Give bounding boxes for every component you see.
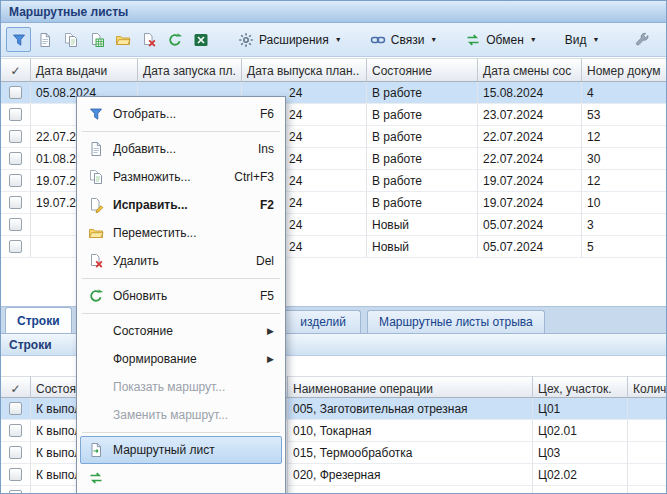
cell-state: В работе xyxy=(367,82,478,104)
menu-item-filter[interactable]: Отобрать...F6 xyxy=(80,100,282,128)
cell-operation xyxy=(288,486,533,494)
main-toolbar: Расширения▼Связи▼Обмен▼Вид▼ xyxy=(1,23,666,57)
exchange-icon xyxy=(88,470,104,486)
cell-number: 3 xyxy=(582,214,667,236)
column-header-state[interactable]: Состояние xyxy=(367,58,478,82)
menu-item-route-sheet[interactable]: Маршрутный лист xyxy=(80,436,282,464)
cell-number: 30 xyxy=(582,148,667,170)
menu-item-formation[interactable]: Формирование▶ xyxy=(80,345,282,373)
cell-state_change: 05.07.2024 xyxy=(478,214,582,236)
toolbar-dropdown-links[interactable]: Связи▼ xyxy=(366,29,442,51)
settings-button[interactable] xyxy=(629,27,655,52)
exchange-icon xyxy=(465,32,481,48)
row-checkbox[interactable] xyxy=(9,424,22,437)
delete-button[interactable] xyxy=(136,27,161,52)
row-checkbox[interactable] xyxy=(9,174,22,187)
cell-state_change: 23.07.2024 xyxy=(478,104,582,126)
menu-item-label: Состояние xyxy=(113,324,259,338)
row-check-cell xyxy=(1,104,31,126)
cell-operation: 020, Фрезерная xyxy=(288,464,533,486)
menu-item-delete[interactable]: УдалитьDel xyxy=(80,247,282,275)
row-checkbox[interactable] xyxy=(9,446,22,459)
row-checkbox[interactable] xyxy=(9,240,22,253)
column-header-check[interactable]: ✓ xyxy=(1,58,31,82)
cell-number: 53 xyxy=(582,104,667,126)
menu-item-duplicate[interactable]: Размножить...Ctrl+F3 xyxy=(80,163,282,191)
menu-item-label: Удалить xyxy=(113,254,248,268)
cell-state: Новый xyxy=(367,236,478,258)
dropdown-label: Связи xyxy=(391,33,425,47)
menu-item-partial-item[interactable] xyxy=(80,464,282,492)
toolbar-dropdown-exchange[interactable]: Обмен▼ xyxy=(461,29,540,51)
column-header-release_tail[interactable]: Дата выпуска план.. xyxy=(242,58,367,82)
column-header-qty[interactable]: Колич... xyxy=(628,376,667,398)
row-check-cell xyxy=(1,442,31,464)
cell-number: 10 xyxy=(582,192,667,214)
row-check-cell xyxy=(1,170,31,192)
cell-state: В работе xyxy=(367,104,478,126)
tab-lines[interactable]: Строки xyxy=(5,307,72,333)
new-doc-icon xyxy=(88,141,104,157)
menu-item-icon-slot xyxy=(86,470,106,486)
copy-doc-icon xyxy=(88,169,104,185)
filter-button[interactable] xyxy=(6,27,31,52)
row-check-cell xyxy=(1,82,31,104)
row-check-cell xyxy=(1,398,31,420)
column-header-launch_date[interactable]: Дата запуска пл. xyxy=(138,58,242,82)
menu-item-label: Показать маршрут... xyxy=(113,380,274,394)
create-based-on-button[interactable] xyxy=(84,27,109,52)
row-checkbox[interactable] xyxy=(9,130,22,143)
tab-tear-off-route-sheets[interactable]: Маршрутные листы отрыва xyxy=(367,310,545,333)
column-header-check[interactable]: ✓ xyxy=(1,376,31,398)
menu-item-icon-slot xyxy=(86,253,106,269)
row-checkbox[interactable] xyxy=(9,196,22,209)
cell-operation: 005, Заготовительная отрезная xyxy=(288,398,533,420)
dropdown-arrow-icon: ▼ xyxy=(335,36,342,43)
column-header-issue_date[interactable]: Дата выдачи xyxy=(31,58,138,82)
row-checkbox[interactable] xyxy=(9,218,22,231)
toolbar-dropdown-view[interactable]: Вид▼ xyxy=(561,30,604,50)
window-titlebar: Маршрутные листы xyxy=(1,1,666,23)
column-header-state_change[interactable]: Дата смены сос xyxy=(478,58,582,82)
row-checkbox[interactable] xyxy=(9,402,22,415)
cell-state: В работе xyxy=(367,192,478,214)
menu-item-icon-slot xyxy=(86,169,106,185)
menu-item-add[interactable]: Добавить...Ins xyxy=(80,135,282,163)
wrench-icon xyxy=(634,32,650,48)
menu-item-shortcut: F6 xyxy=(260,107,274,121)
cell-qty xyxy=(628,486,667,494)
menu-item-edit[interactable]: Исправить...F2 xyxy=(80,191,282,219)
refresh-button[interactable] xyxy=(162,27,187,52)
open-button[interactable] xyxy=(110,27,135,52)
column-header-operation[interactable]: Наименование операции xyxy=(288,376,533,398)
column-header-workshop[interactable]: Цех, участок. xyxy=(533,376,628,398)
menu-item-move[interactable]: Переместить... xyxy=(80,219,282,247)
filter-icon xyxy=(11,32,27,48)
column-header-number[interactable]: Номер докум xyxy=(582,58,667,82)
cell-state_change: 22.07.2024 xyxy=(478,126,582,148)
menu-item-shortcut: Ins xyxy=(258,142,274,156)
toolbar-dropdown-extensions[interactable]: Расширения▼ xyxy=(234,29,346,51)
dropdown-arrow-icon: ▼ xyxy=(430,36,437,43)
row-checkbox[interactable] xyxy=(9,490,22,494)
row-checkbox[interactable] xyxy=(9,86,22,99)
menu-item-state[interactable]: Состояние▶ xyxy=(80,317,282,345)
dropdown-label: Обмен xyxy=(486,33,524,47)
row-checkbox[interactable] xyxy=(9,468,22,481)
menu-item-icon-slot xyxy=(86,225,106,241)
links-icon xyxy=(370,32,386,48)
cell-state: Новый xyxy=(367,214,478,236)
add-copy-button[interactable] xyxy=(58,27,83,52)
row-checkbox[interactable] xyxy=(9,108,22,121)
export-excel-button[interactable] xyxy=(188,27,213,52)
new-document-button[interactable] xyxy=(32,27,57,52)
cell-state: В работе xyxy=(367,126,478,148)
folder-icon xyxy=(115,32,131,48)
lines-panel-title: Строки xyxy=(9,338,52,352)
menu-item-refresh[interactable]: ОбновитьF5 xyxy=(80,282,282,310)
dropdown-arrow-icon: ▼ xyxy=(530,36,537,43)
cell-operation: 015, Термообработка xyxy=(288,442,533,464)
row-checkbox[interactable] xyxy=(9,152,22,165)
cell-qty xyxy=(628,464,667,486)
menu-separator xyxy=(82,313,280,314)
